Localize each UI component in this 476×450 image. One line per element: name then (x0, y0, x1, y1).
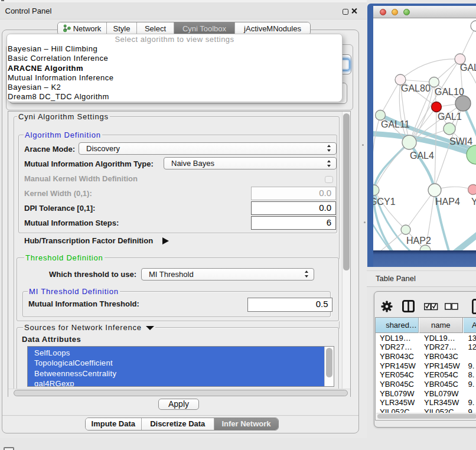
svg-text:SWI4: SWI4 (449, 136, 472, 146)
svg-text:HAP4: HAP4 (435, 197, 460, 207)
svg-text:GAL4: GAL4 (410, 151, 434, 161)
svg-text:GAL7: GAL7 (460, 63, 476, 73)
svg-text:GAL1: GAL1 (438, 112, 462, 122)
svg-text:GCY1: GCY1 (373, 197, 396, 207)
svg-text:GAL11: GAL11 (381, 119, 410, 129)
svg-text:YM: YM (471, 197, 476, 207)
svg-text:GAL80: GAL80 (401, 83, 431, 93)
svg-text:GAL10: GAL10 (435, 87, 464, 97)
svg-text:HAP2: HAP2 (406, 236, 431, 246)
